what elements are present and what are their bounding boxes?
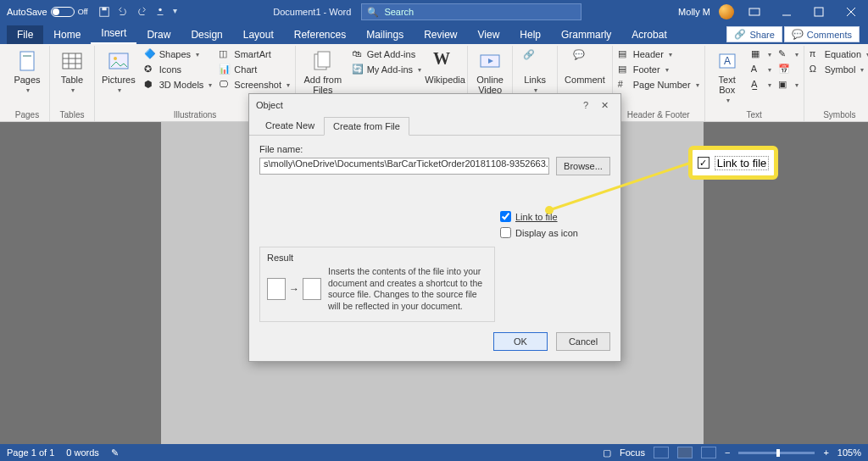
symbol-button[interactable]: ΩSymbol▾ [808,63,868,76]
comment-icon: 💬 [792,29,804,40]
datetime-button[interactable]: 📅 [776,63,800,76]
view-print-icon[interactable] [677,447,693,458]
pages-button[interactable]: Pages▾ [8,47,46,96]
wordart-icon: A [751,64,763,75]
wikipedia-button[interactable]: W Wikipedia [426,47,464,86]
header-icon: ▤ [618,48,630,60]
comment-button[interactable]: 💬 Comment [561,47,609,86]
tab-file[interactable]: File [7,25,43,44]
wikipedia-icon: W [433,49,457,73]
symbol-icon: Ω [810,64,821,75]
autosave-toggle[interactable]: AutoSave Off [7,7,88,17]
svg-rect-3 [749,8,760,15]
focus-icon[interactable]: ▢ [603,447,611,458]
link-to-file-checkbox[interactable]: Link to file [500,211,610,222]
3dmodels-button[interactable]: ⬢3D Models▾ [142,78,214,92]
tab-insert[interactable]: Insert [91,24,136,44]
tab-draw[interactable]: Draw [136,25,181,44]
icons-button[interactable]: ✪Icons [142,63,214,76]
equation-button[interactable]: πEquation▾ [808,47,868,61]
footer-icon: ▤ [618,64,630,75]
quickparts-button[interactable]: ▦▾ [749,47,773,61]
user-avatar-icon[interactable] [719,4,734,19]
textbox-icon: A [715,49,739,73]
tab-layout[interactable]: Layout [233,25,284,44]
tab-design[interactable]: Design [181,25,232,44]
cancel-button[interactable]: Cancel [556,332,610,351]
wordart-button[interactable]: A▾ [749,63,773,76]
tab-acrobat[interactable]: Acrobat [621,25,676,44]
close-icon[interactable] [839,0,863,24]
signature-button[interactable]: ✎▾ [776,47,800,61]
display-as-icon-check-icon[interactable] [500,227,511,238]
equation-icon: π [810,48,821,60]
help-icon[interactable]: ? [576,100,595,110]
object-button[interactable]: ▣▾ [776,78,800,92]
tab-mailings[interactable]: Mailings [356,25,414,44]
customize-qat-icon[interactable] [154,6,166,18]
group-label: Pages [8,110,46,121]
dropcap-button[interactable]: A̲▾ [749,78,773,92]
display-as-icon-checkbox[interactable]: Display as icon [500,227,610,238]
search-box[interactable]: 🔍 Search [361,3,581,20]
smartart-button[interactable]: ◫SmartArt [217,47,292,61]
share-button[interactable]: 🔗Share [726,26,782,42]
svg-rect-10 [63,53,81,69]
files-icon [311,49,335,73]
shapes-button[interactable]: 🔷Shapes▾ [142,47,214,61]
close-icon[interactable]: ✕ [595,100,614,111]
date-icon: 📅 [778,64,790,75]
online-video-button[interactable]: Online Video [471,47,509,97]
table-button[interactable]: Table▾ [53,47,91,96]
tab-create-from-file[interactable]: Create from File [324,117,409,136]
tab-references[interactable]: References [284,25,356,44]
browse-button[interactable]: Browse... [556,157,610,175]
tab-home[interactable]: Home [43,25,91,44]
filename-input[interactable]: s\molly\OneDrive\Documents\BarCarTicketO… [259,158,549,175]
tab-review[interactable]: Review [414,25,467,44]
tab-create-new[interactable]: Create New [256,116,324,135]
tab-grammarly[interactable]: Grammarly [551,25,621,44]
undo-icon[interactable] [117,6,129,18]
tab-help[interactable]: Help [509,25,551,44]
store-icon: 🛍 [352,48,364,60]
filename-label: File name: [259,144,610,154]
chart-icon: 📊 [219,64,231,75]
pagenumber-button[interactable]: #Page Number▾ [616,78,701,92]
save-icon[interactable] [98,6,110,18]
pictures-button[interactable]: Pictures▾ [98,47,139,96]
user-name[interactable]: Molly M [678,7,710,17]
ribbon-display-icon[interactable] [743,0,766,24]
header-button[interactable]: ▤Header▾ [616,47,701,61]
comment-icon: 💬 [573,49,597,73]
my-addins-button[interactable]: 🔄My Add-ins▾ [350,63,423,76]
footer-button[interactable]: ▤Footer▾ [616,63,701,76]
links-button[interactable]: 🔗 Links▾ [516,47,554,96]
svg-rect-9 [23,55,31,57]
comments-button[interactable]: 💬Comments [784,26,860,42]
redo-icon[interactable] [136,6,147,18]
search-placeholder: Search [384,7,414,17]
spellcheck-icon[interactable]: ✎ [111,447,119,458]
status-focus[interactable]: Focus [620,447,645,458]
status-page[interactable]: Page 1 of 1 [7,447,54,458]
group-pages: Pages▾ Pages [5,46,50,121]
view-read-icon[interactable] [654,447,669,458]
maximize-icon[interactable] [807,0,831,24]
screenshot-button[interactable]: 🖵Screenshot▾ [217,78,292,92]
textbox-button[interactable]: A Text Box▾ [709,47,746,106]
svg-rect-18 [318,52,330,67]
status-words[interactable]: 0 words [66,447,99,458]
zoom-level[interactable]: 105% [837,447,861,458]
get-addins-button[interactable]: 🛍Get Add-ins [350,47,423,61]
autosave-state: Off [78,8,88,16]
chart-button[interactable]: 📊Chart [217,63,292,76]
zoom-out-icon[interactable]: − [725,447,730,458]
view-web-icon[interactable] [701,447,716,458]
tab-view[interactable]: View [468,25,510,44]
zoom-slider[interactable] [738,452,815,454]
zoom-in-icon[interactable]: + [823,447,828,458]
ok-button[interactable]: OK [493,332,548,351]
link-to-file-check-icon[interactable] [500,211,511,222]
minimize-icon[interactable] [775,0,798,24]
